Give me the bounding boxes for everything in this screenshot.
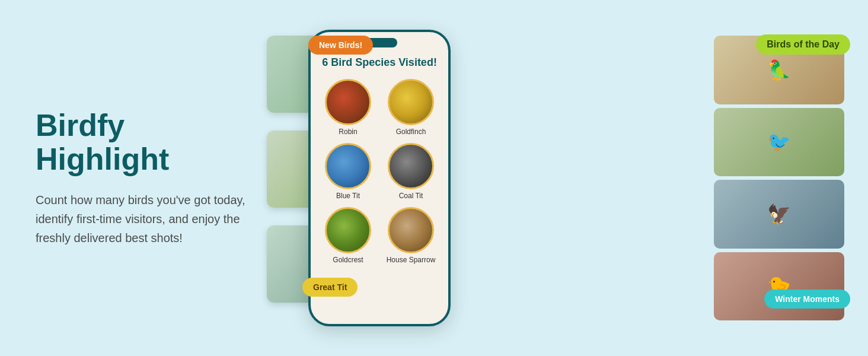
badge-great-tit[interactable]: Great Tit [302,278,358,297]
right-panel-img-4: 🐤 [714,252,844,321]
bird-item-goldfinch: Goldfinch [383,79,439,136]
bird-grid: Robin Goldfinch Blue Tit Coal Tit [320,79,439,264]
bird-item-bluetit: Blue Tit [320,143,376,200]
badge-new-birds[interactable]: New Birds! [308,36,373,55]
bird-label-robin: Robin [339,128,357,136]
badge-birds-of-day[interactable]: Birds of the Day [756,34,850,55]
right-panel-img-2: 🐦 [714,108,844,177]
bird-circle-goldfinch [388,79,434,125]
bird-circle-bluetit [325,143,371,189]
main-container: Birdfy Highlight Count how many birds yo… [0,0,868,356]
badge-winter-moments[interactable]: Winter Moments [764,290,850,309]
right-panel-img-3: 🦅 [714,180,844,249]
bird-label-goldfinch: Goldfinch [396,128,426,136]
right-panel: 🦜 🐦 🦅 🐤 [714,36,844,320]
bird-label-housesparrow: House Sparrow [387,256,436,264]
hero-description: Count how many birds you've got today, i… [36,190,261,247]
bird-circle-robin [325,79,371,125]
right-bird-2: 🐦 [714,108,844,177]
bird-label-coaltit: Coal Tit [399,192,423,200]
bird-circle-goldcrest [325,207,371,253]
right-bird-4: 🐤 [714,252,844,321]
bird-circle-housesparrow [388,207,434,253]
right-bird-3: 🦅 [714,180,844,249]
left-section: Birdfy Highlight Count how many birds yo… [36,109,285,247]
bird-label-bluetit: Blue Tit [336,192,360,200]
bird-circle-coaltit [388,143,434,189]
bird-label-goldcrest: Goldcrest [333,256,363,264]
bird-item-housesparrow: House Sparrow [383,207,439,264]
bird-item-robin: Robin [320,79,376,136]
phone-title: 6 Bird Species Visited! [322,56,437,69]
hero-title: Birdfy Highlight [36,109,261,176]
bird-item-goldcrest: Goldcrest [320,207,376,264]
bird-item-coaltit: Coal Tit [383,143,439,200]
